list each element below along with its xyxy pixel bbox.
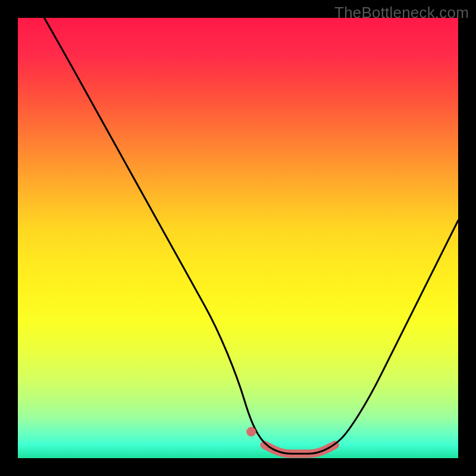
marker-dot [246, 427, 256, 437]
marker-dot-group [246, 427, 256, 437]
chart-frame: TheBottleneck.com [0, 0, 476, 476]
chart-svg [18, 18, 458, 458]
watermark-label: TheBottleneck.com [334, 4, 469, 22]
bottleneck-curve-line [44, 18, 458, 454]
main-curve [44, 18, 458, 454]
chart-plot-area [18, 18, 458, 458]
